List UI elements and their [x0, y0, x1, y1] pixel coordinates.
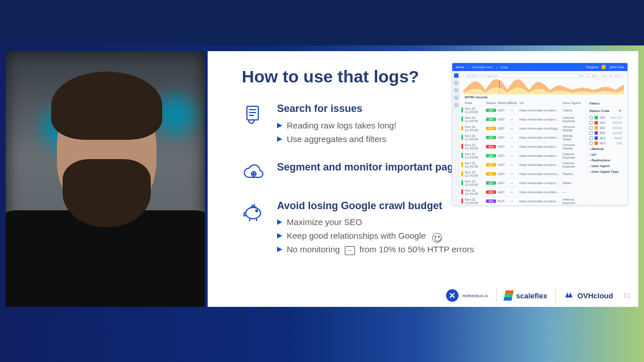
shuffle-icon: ✕ [446, 289, 459, 302]
table-row[interactable]: Nov 21 11:45:00200GET—https://example.co… [461, 178, 582, 188]
bullet-marker-icon: ▶ [277, 244, 282, 255]
table-row[interactable]: Nov 21 11:45:00404GET—https://example.co… [461, 188, 582, 197]
filter-item[interactable]: 30115322 [589, 125, 622, 130]
section-heading: Search for issues [277, 102, 397, 115]
page-number: 11 [624, 292, 630, 299]
record-count: 84750 records [460, 94, 628, 100]
document-icon [242, 103, 265, 126]
breadcrumb: example.com [472, 65, 493, 69]
presentation-frame: How to use that logs? Search for issues … [0, 0, 644, 362]
slide: How to use that logs? Search for issues … [208, 51, 638, 307]
scaleflex-icon [503, 290, 514, 301]
presenter-video [6, 51, 205, 307]
table-row[interactable]: Nov 21 11:45:00200GET—https://example.co… [461, 133, 582, 142]
arrow-box-icon: → [345, 246, 355, 255]
filter-group[interactable]: › Url [589, 151, 622, 157]
section-crawl-budget: Avoid losing Google crawl budget ▶Maximi… [242, 199, 618, 257]
sponsor-row: ✕ redirection.io scaleflex OVHcloud 11 [446, 289, 630, 302]
svg-point-2 [253, 173, 255, 174]
svg-point-3 [246, 207, 261, 219]
nav-rail [452, 71, 460, 205]
app-screenshot: demo › example.com › Logs Support John D… [452, 63, 628, 206]
filter-item[interactable]: 403128 [589, 140, 622, 145]
filter-item[interactable]: 3024643 [589, 135, 622, 140]
nav-item[interactable] [454, 81, 459, 85]
bullet-marker-icon: ▶ [277, 134, 282, 144]
logo-scaleflex: scaleflex [505, 290, 547, 301]
table-row[interactable]: Nov 21 11:45:00500PUT—https://example.co… [461, 197, 582, 206]
table-row[interactable]: Nov 21 11:45:00301GET—https://example.co… [461, 169, 582, 178]
table-row[interactable]: Nov 21 11:45:00200GET—https://example.co… [461, 151, 582, 160]
filter-item[interactable]: 50010148 [589, 130, 622, 135]
logo-ovhcloud: OVHcloud [564, 290, 613, 301]
smile-icon [432, 233, 442, 243]
bullet: ▶Use aggregates and filters [277, 132, 397, 146]
bullet: ▶ No monitoring → from 10% to 50% HTTP e… [277, 243, 474, 256]
filter-group[interactable]: › Method [589, 145, 622, 151]
cloud-eye-icon [242, 162, 265, 185]
timeline-chart [464, 79, 624, 94]
table-row[interactable]: Nov 21 11:45:00301GET—https://example.co… [461, 124, 582, 133]
table-header: Date Status Method Rule url User Agent [461, 100, 582, 106]
ovh-icon [564, 290, 574, 301]
app-product: demo [456, 65, 464, 69]
support-link[interactable]: Support [586, 65, 598, 69]
search-input[interactable]: Request or response Nov 21, 9am – Nov 30… [464, 73, 624, 78]
table-row[interactable]: Nov 21 11:45:00301GET—https://example.co… [461, 160, 582, 169]
filter-group[interactable]: › User Agent [589, 163, 622, 168]
table-row[interactable]: Nov 21 11:45:00404GET—https://example.co… [461, 142, 582, 151]
top-bar [0, 0, 644, 45]
filter-group[interactable]: › User-Agent Type [589, 168, 622, 174]
avatar[interactable] [601, 65, 606, 69]
logo-redirection-io: ✕ redirection.io [446, 289, 488, 302]
piggy-bank-icon [242, 201, 265, 223]
user-name: John Doe [609, 65, 624, 69]
section-heading: Segment and monitor important pages [277, 161, 465, 174]
filters-panel: Filters Status Code▼ 2004917104042619030… [587, 100, 624, 206]
table-row[interactable]: Nov 21 11:45:00200GET—https://example.co… [461, 106, 582, 115]
app-header: demo › example.com › Logs Support John D… [452, 63, 628, 71]
bullet: ▶Reading raw logs takes long! [277, 119, 397, 132]
nav-item[interactable] [454, 95, 459, 100]
filter-group[interactable]: › Redirection [589, 157, 622, 163]
bullet-marker-icon: ▶ [277, 230, 282, 241]
nav-item[interactable] [454, 88, 459, 93]
svg-point-4 [256, 210, 258, 211]
bullet: ▶Maximize your SEO [277, 215, 474, 229]
breadcrumb: Logs [501, 65, 508, 69]
section-heading: Avoid losing Google crawl budget [277, 199, 474, 213]
bullet: ▶Keep good relationships with Google [277, 229, 474, 243]
filter-item[interactable]: 40426190 [589, 120, 622, 125]
table-row[interactable]: Nov 21 11:45:00200GET—https://example.co… [461, 115, 582, 124]
filter-item[interactable]: 200491710 [589, 115, 622, 120]
nav-item[interactable] [454, 103, 459, 107]
date-range[interactable]: Nov 21, 9am – Nov 30, 9am [579, 74, 621, 77]
bullet-marker-icon: ▶ [277, 217, 282, 227]
bullet-marker-icon: ▶ [277, 120, 282, 131]
log-table: Date Status Method Rule url User Agent N… [461, 100, 582, 206]
nav-item[interactable] [454, 73, 459, 78]
funnel-icon[interactable]: ▼ [618, 109, 622, 113]
